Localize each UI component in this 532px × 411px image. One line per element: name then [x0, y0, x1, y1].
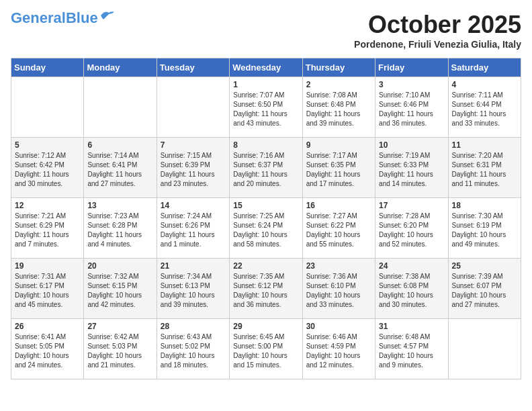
cell-info: Sunrise: 7:11 AM Sunset: 6:44 PM Dayligh…	[452, 91, 517, 128]
calendar-cell: 13Sunrise: 7:23 AM Sunset: 6:28 PM Dayli…	[84, 198, 157, 259]
cell-info: Sunrise: 7:08 AM Sunset: 6:48 PM Dayligh…	[306, 91, 371, 128]
cell-info: Sunrise: 7:24 AM Sunset: 6:26 PM Dayligh…	[161, 212, 226, 249]
cell-info: Sunrise: 6:42 AM Sunset: 5:03 PM Dayligh…	[87, 332, 152, 370]
day-number: 6	[87, 140, 152, 150]
calendar-cell: 15Sunrise: 7:25 AM Sunset: 6:24 PM Dayli…	[230, 198, 302, 259]
day-number: 24	[379, 261, 444, 271]
day-number: 19	[15, 261, 80, 271]
cell-info: Sunrise: 7:38 AM Sunset: 6:08 PM Dayligh…	[379, 272, 444, 310]
cell-info: Sunrise: 7:32 AM Sunset: 6:15 PM Dayligh…	[87, 272, 152, 310]
cell-info: Sunrise: 7:31 AM Sunset: 6:17 PM Dayligh…	[15, 272, 80, 310]
day-of-week-header: Monday	[84, 58, 157, 77]
cell-info: Sunrise: 7:19 AM Sunset: 6:33 PM Dayligh…	[379, 151, 444, 189]
calendar-cell: 25Sunrise: 7:39 AM Sunset: 6:07 PM Dayli…	[448, 259, 521, 319]
cell-info: Sunrise: 7:15 AM Sunset: 6:39 PM Dayligh…	[161, 151, 226, 189]
calendar-header-row: SundayMondayTuesdayWednesdayThursdayFrid…	[11, 58, 521, 77]
calendar-cell: 19Sunrise: 7:31 AM Sunset: 6:17 PM Dayli…	[11, 259, 84, 319]
calendar-cell: 27Sunrise: 6:42 AM Sunset: 5:03 PM Dayli…	[84, 319, 157, 379]
day-number: 1	[233, 80, 298, 89]
cell-info: Sunrise: 7:36 AM Sunset: 6:10 PM Dayligh…	[306, 272, 371, 310]
calendar-cell: 31Sunrise: 6:48 AM Sunset: 4:57 PM Dayli…	[375, 319, 448, 379]
cell-info: Sunrise: 7:10 AM Sunset: 6:46 PM Dayligh…	[379, 91, 444, 128]
day-number: 17	[379, 201, 444, 210]
calendar-cell: 4Sunrise: 7:11 AM Sunset: 6:44 PM Daylig…	[448, 77, 521, 138]
calendar-cell: 20Sunrise: 7:32 AM Sunset: 6:15 PM Dayli…	[84, 259, 157, 319]
day-number: 12	[15, 201, 80, 210]
day-of-week-header: Tuesday	[157, 58, 229, 77]
cell-info: Sunrise: 7:27 AM Sunset: 6:22 PM Dayligh…	[306, 212, 371, 249]
calendar-cell: 14Sunrise: 7:24 AM Sunset: 6:26 PM Dayli…	[157, 198, 229, 259]
calendar-cell	[448, 319, 521, 379]
calendar-cell: 10Sunrise: 7:19 AM Sunset: 6:33 PM Dayli…	[375, 138, 448, 198]
day-number: 30	[306, 322, 371, 331]
day-number: 29	[233, 322, 298, 331]
day-number: 27	[87, 322, 152, 331]
calendar-cell: 1Sunrise: 7:07 AM Sunset: 6:50 PM Daylig…	[230, 77, 302, 138]
day-number: 5	[15, 140, 80, 150]
day-number: 28	[161, 322, 226, 331]
day-number: 4	[452, 80, 517, 89]
day-number: 20	[87, 261, 152, 271]
calendar-week-row: 1Sunrise: 7:07 AM Sunset: 6:50 PM Daylig…	[11, 77, 521, 138]
cell-info: Sunrise: 7:17 AM Sunset: 6:35 PM Dayligh…	[306, 151, 371, 189]
day-number: 25	[452, 261, 517, 271]
logo-bird-icon	[99, 10, 114, 21]
day-number: 13	[87, 201, 152, 210]
day-number: 22	[233, 261, 298, 271]
calendar-week-row: 19Sunrise: 7:31 AM Sunset: 6:17 PM Dayli…	[11, 259, 521, 319]
day-number: 14	[161, 201, 226, 210]
calendar-cell: 3Sunrise: 7:10 AM Sunset: 6:46 PM Daylig…	[375, 77, 448, 138]
day-number: 16	[306, 201, 371, 210]
day-of-week-header: Friday	[375, 58, 448, 77]
calendar-cell: 17Sunrise: 7:28 AM Sunset: 6:20 PM Dayli…	[375, 198, 448, 259]
calendar-cell: 6Sunrise: 7:14 AM Sunset: 6:41 PM Daylig…	[84, 138, 157, 198]
day-number: 21	[161, 261, 226, 271]
day-number: 15	[233, 201, 298, 210]
calendar-cell: 23Sunrise: 7:36 AM Sunset: 6:10 PM Dayli…	[302, 259, 375, 319]
calendar-cell: 7Sunrise: 7:15 AM Sunset: 6:39 PM Daylig…	[157, 138, 229, 198]
calendar-week-row: 26Sunrise: 6:41 AM Sunset: 5:05 PM Dayli…	[11, 319, 521, 379]
day-number: 31	[379, 322, 444, 331]
cell-info: Sunrise: 7:35 AM Sunset: 6:12 PM Dayligh…	[233, 272, 298, 310]
calendar-cell: 29Sunrise: 6:45 AM Sunset: 5:00 PM Dayli…	[230, 319, 302, 379]
day-of-week-header: Sunday	[11, 58, 84, 77]
cell-info: Sunrise: 7:25 AM Sunset: 6:24 PM Dayligh…	[233, 212, 298, 249]
cell-info: Sunrise: 7:07 AM Sunset: 6:50 PM Dayligh…	[233, 91, 298, 128]
cell-info: Sunrise: 6:43 AM Sunset: 5:02 PM Dayligh…	[161, 332, 226, 370]
cell-info: Sunrise: 6:48 AM Sunset: 4:57 PM Dayligh…	[379, 332, 444, 370]
logo-text: GeneralBlue	[11, 11, 98, 26]
calendar-cell: 24Sunrise: 7:38 AM Sunset: 6:08 PM Dayli…	[375, 259, 448, 319]
calendar-cell	[157, 77, 229, 138]
location-text: Pordenone, Friuli Venezia Giulia, Italy	[354, 39, 521, 50]
calendar-cell: 18Sunrise: 7:30 AM Sunset: 6:19 PM Dayli…	[448, 198, 521, 259]
cell-info: Sunrise: 7:23 AM Sunset: 6:28 PM Dayligh…	[87, 212, 152, 249]
month-title: October 2025	[354, 11, 521, 39]
day-number: 7	[161, 140, 226, 150]
calendar-cell: 21Sunrise: 7:34 AM Sunset: 6:13 PM Dayli…	[157, 259, 229, 319]
calendar-cell: 22Sunrise: 7:35 AM Sunset: 6:12 PM Dayli…	[230, 259, 302, 319]
cell-info: Sunrise: 7:16 AM Sunset: 6:37 PM Dayligh…	[233, 151, 298, 189]
day-of-week-header: Thursday	[302, 58, 375, 77]
day-number: 2	[306, 80, 371, 89]
calendar-cell: 2Sunrise: 7:08 AM Sunset: 6:48 PM Daylig…	[302, 77, 375, 138]
cell-info: Sunrise: 6:41 AM Sunset: 5:05 PM Dayligh…	[15, 332, 80, 370]
cell-info: Sunrise: 7:39 AM Sunset: 6:07 PM Dayligh…	[452, 272, 517, 310]
page-header: GeneralBlue October 2025 Pordenone, Friu…	[11, 11, 521, 50]
day-number: 23	[306, 261, 371, 271]
day-number: 10	[379, 140, 444, 150]
day-number: 3	[379, 80, 444, 89]
logo: GeneralBlue	[11, 11, 114, 26]
cell-info: Sunrise: 6:45 AM Sunset: 5:00 PM Dayligh…	[233, 332, 298, 370]
day-of-week-header: Wednesday	[230, 58, 302, 77]
calendar-cell: 9Sunrise: 7:17 AM Sunset: 6:35 PM Daylig…	[302, 138, 375, 198]
day-number: 18	[452, 201, 517, 210]
cell-info: Sunrise: 7:14 AM Sunset: 6:41 PM Dayligh…	[87, 151, 152, 189]
cell-info: Sunrise: 7:12 AM Sunset: 6:42 PM Dayligh…	[15, 151, 80, 189]
calendar-cell: 11Sunrise: 7:20 AM Sunset: 6:31 PM Dayli…	[448, 138, 521, 198]
day-number: 8	[233, 140, 298, 150]
cell-info: Sunrise: 7:30 AM Sunset: 6:19 PM Dayligh…	[452, 212, 517, 249]
calendar-cell: 30Sunrise: 6:46 AM Sunset: 4:59 PM Dayli…	[302, 319, 375, 379]
cell-info: Sunrise: 7:28 AM Sunset: 6:20 PM Dayligh…	[379, 212, 444, 249]
calendar-cell	[11, 77, 84, 138]
calendar-cell: 28Sunrise: 6:43 AM Sunset: 5:02 PM Dayli…	[157, 319, 229, 379]
